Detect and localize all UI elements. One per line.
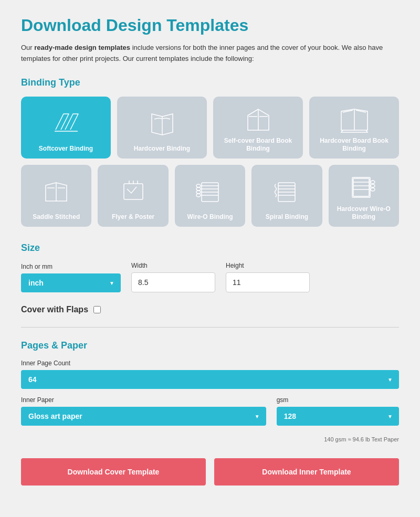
binding-card-hardcover[interactable]: Hardcover Binding [117,97,207,159]
svg-rect-24 [353,178,369,196]
svg-point-29 [371,184,375,187]
binding-card-wireo-label: Wire-O Binding [187,213,233,221]
binding-card-saddle[interactable]: Saddle Stitched [21,165,91,227]
binding-card-softcover[interactable]: Softcover Binding [21,97,111,159]
intro-paragraph: Our ready-made design templates include … [21,43,399,65]
download-cover-button[interactable]: Download Cover Template [21,458,206,486]
size-section: Size Inch or mm inch mm Width Height [21,242,399,292]
flaps-checkbox[interactable] [93,306,101,313]
page-count-select[interactable]: 64 32 48 80 96 128 [21,370,399,389]
binding-card-flyer-label: Flyer & Poster [112,213,154,221]
paper-select-wrapper: Gloss art paper Matte art paper Uncoated… [21,407,266,426]
gsm-field-group: gsm 128 105 90 140 150 [277,396,399,426]
unit-field: Inch or mm inch mm [21,263,121,292]
pages-section: Pages & Paper Inner Page Count 64 32 48 … [21,340,399,442]
intro-bold: ready-made design templates [34,44,130,51]
flaps-section: Cover with Flaps [21,305,399,314]
binding-card-hardcoverboard-label: Hardcover Board Book Binding [313,137,395,153]
unit-select-wrapper: inch mm [21,273,121,292]
binding-card-wireo[interactable]: Wire-O Binding [175,165,245,227]
svg-point-16 [196,191,201,194]
binding-card-hardcoverboard[interactable]: Hardcover Board Book Binding [309,97,399,159]
binding-card-selfcover-label: Self-cover Board Book Binding [217,137,299,153]
hardcoverwireo-icon [333,173,395,202]
size-row: Inch or mm inch mm Width Height [21,262,399,292]
binding-card-selfcover[interactable]: Self-cover Board Book Binding [213,97,303,159]
flaps-label: Cover with Flaps [21,305,88,314]
paper-field-group: Inner Paper Gloss art paper Matte art pa… [21,396,266,426]
size-section-title: Size [21,242,399,254]
page-title: Download Design Templates [21,16,399,35]
gsm-label: gsm [277,396,399,404]
height-field: Height [226,262,310,292]
binding-card-saddle-label: Saddle Stitched [33,213,80,221]
unit-select[interactable]: inch mm [21,273,121,292]
gsm-select-wrapper: 128 105 90 140 150 [277,407,399,426]
binding-card-softcover-label: Softcover Binding [39,145,93,153]
width-label: Width [131,262,215,269]
svg-point-30 [371,188,375,191]
download-inner-button[interactable]: Download Inner Template [214,458,399,486]
paper-label: Inner Paper [21,396,266,404]
binding-card-spiral[interactable]: Spiral Binding [251,165,322,227]
saddle-icon [25,173,87,210]
width-field: Width [131,262,215,292]
unit-label: Inch or mm [21,263,121,270]
wireo-icon [179,173,241,210]
download-row: Download Cover Template Download Inner T… [21,458,399,486]
binding-section: Binding Type Softcover Binding [21,77,399,227]
svg-rect-23 [352,177,370,197]
binding-card-hardcoverwireo[interactable]: Hardcover Wire-O Binding [329,165,399,227]
binding-card-hardcover-label: Hardcover Binding [134,145,190,153]
svg-point-28 [371,181,375,184]
divider [21,327,399,328]
page-count-group: Inner Page Count 64 32 48 80 96 128 [21,360,399,389]
selfcover-icon [217,105,299,134]
height-label: Height [226,262,310,269]
width-input[interactable] [131,272,215,292]
svg-point-14 [196,184,201,187]
binding-card-hardcoverwireo-label: Hardcover Wire-O Binding [333,205,395,221]
gsm-note: 140 gsm ≈ 94.6 lb Text Paper [21,436,399,442]
svg-point-15 [196,187,201,191]
hardcover-icon [121,105,203,142]
page-container: Download Design Templates Our ready-made… [0,0,420,517]
page-count-select-wrapper: 64 32 48 80 96 128 [21,370,399,389]
spiral-icon [256,173,318,210]
pages-section-title: Pages & Paper [21,340,399,351]
flyer-icon [102,173,164,210]
paper-select[interactable]: Gloss art paper Matte art paper Uncoated… [21,407,266,426]
gsm-select[interactable]: 128 105 90 140 150 [277,407,399,426]
binding-card-flyer[interactable]: Flyer & Poster [98,165,168,227]
binding-row-2: Saddle Stitched Flyer & Poster [21,165,399,227]
page-count-label: Inner Page Count [21,360,399,367]
softcover-icon [25,105,107,142]
height-input[interactable] [226,272,310,292]
binding-row-1: Softcover Binding Hardcover Binding [21,97,399,159]
binding-section-title: Binding Type [21,77,399,88]
svg-point-17 [196,194,201,197]
svg-rect-5 [124,184,143,199]
paper-row: Inner Paper Gloss art paper Matte art pa… [21,396,399,433]
hardcoverboard-icon [313,105,395,134]
binding-card-spiral-label: Spiral Binding [266,213,308,221]
